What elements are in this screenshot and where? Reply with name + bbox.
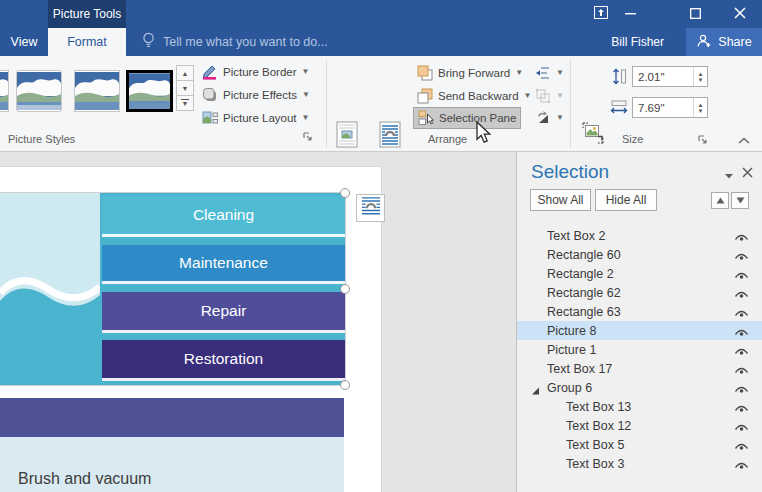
- align-button[interactable]: ▼: [531, 63, 568, 83]
- maximize-icon: [690, 5, 701, 23]
- share-person-icon: [696, 34, 712, 51]
- picture-effects-icon: [202, 87, 218, 103]
- shape-height-field[interactable]: 2.01" ▲▼: [632, 66, 708, 87]
- gallery-more-button[interactable]: ▼: [176, 95, 194, 111]
- shape-width-field[interactable]: 7.69" ▲▼: [632, 97, 708, 118]
- list-item-child[interactable]: Text Box 5: [517, 435, 762, 454]
- hide-all-button[interactable]: Hide All: [595, 189, 657, 211]
- ribbon-tab-row: View Format Tell me what you want to do.…: [0, 28, 762, 56]
- list-item-child[interactable]: Text Box 12: [517, 416, 762, 435]
- menu-bar-repair: Repair: [102, 292, 345, 333]
- layout-options-icon: [361, 196, 381, 220]
- visibility-eye-icon[interactable]: [734, 345, 749, 359]
- signed-in-user[interactable]: Bill Fisher: [611, 28, 664, 56]
- visibility-eye-icon[interactable]: [734, 326, 749, 340]
- selection-handle-top-right[interactable]: [340, 188, 350, 198]
- group-separator: [326, 60, 327, 148]
- pane-options-dropdown[interactable]: [724, 166, 734, 184]
- selection-handle-bottom-right[interactable]: [340, 380, 350, 390]
- document-canvas[interactable]: Cleaning Maintenance Repair Restoration …: [0, 152, 516, 492]
- menu-bar-maintenance: Maintenance: [102, 245, 345, 284]
- selection-handle-mid-right[interactable]: [340, 284, 350, 294]
- list-item[interactable]: Text Box 17: [517, 359, 762, 378]
- send-backward-button[interactable]: Send Backward▼: [413, 86, 535, 106]
- wrap-text-icon: [379, 121, 401, 150]
- selected-picture[interactable]: Cleaning Maintenance Repair Restoration: [0, 193, 345, 385]
- list-item[interactable]: Rectangle 62: [517, 283, 762, 302]
- wave-illustration: [0, 193, 100, 385]
- height-spinner[interactable]: ▲▼: [693, 67, 707, 86]
- menu-bar-restoration: Restoration: [102, 340, 345, 381]
- gallery-scroll-up-button[interactable]: ▲: [176, 65, 194, 81]
- show-all-button[interactable]: Show All: [530, 189, 591, 211]
- move-down-button[interactable]: [731, 192, 749, 209]
- list-item[interactable]: Picture 1: [517, 340, 762, 359]
- maximize-button[interactable]: [684, 4, 706, 24]
- list-item[interactable]: Rectangle 63: [517, 302, 762, 321]
- picture-layout-button[interactable]: Picture Layout▼: [198, 108, 313, 128]
- list-item-selected[interactable]: Picture 8: [517, 321, 762, 340]
- minimize-icon: [625, 5, 636, 23]
- picture-layout-icon: [202, 110, 218, 126]
- list-item-group[interactable]: Group 6: [517, 378, 762, 397]
- list-item[interactable]: Rectangle 2: [517, 264, 762, 283]
- minimize-button[interactable]: [619, 4, 641, 24]
- collapse-ribbon-button[interactable]: [737, 132, 753, 144]
- arrange-group-label: Arrange: [428, 133, 467, 145]
- list-item-child[interactable]: Text Box 13: [517, 397, 762, 416]
- visibility-eye-icon[interactable]: [734, 231, 749, 245]
- picture-effects-button[interactable]: Picture Effects▼: [198, 85, 314, 105]
- list-item[interactable]: Text Box 2: [517, 226, 762, 245]
- selection-pane: Selection Show All Hide All Text Box 2 R…: [516, 152, 762, 492]
- menu-bar-cleaning: Cleaning: [102, 196, 345, 237]
- pane-close-icon[interactable]: [742, 164, 753, 182]
- move-up-button[interactable]: [711, 192, 729, 209]
- rotate-button[interactable]: ▼: [531, 108, 568, 128]
- visibility-eye-icon[interactable]: [734, 250, 749, 264]
- size-dialog-launcher[interactable]: [698, 131, 710, 143]
- layout-options-button[interactable]: [356, 194, 385, 222]
- ribbon: ▲ ▼ ▼ Picture Border▼ Picture Effects▼ P…: [0, 56, 762, 152]
- bring-forward-button[interactable]: Bring Forward▼: [413, 63, 527, 83]
- visibility-eye-icon[interactable]: [734, 288, 749, 302]
- picture-style-thumbnail-3-selected[interactable]: [126, 70, 173, 112]
- expand-collapse-triangle-icon[interactable]: [532, 384, 540, 398]
- visibility-eye-icon[interactable]: [734, 383, 749, 397]
- picture-styles-group-label: Picture Styles: [8, 133, 75, 145]
- bring-forward-icon: [417, 65, 433, 81]
- picture-style-thumbnail-1[interactable]: [16, 70, 62, 112]
- picture-styles-dialog-launcher[interactable]: [303, 128, 315, 140]
- visibility-eye-icon[interactable]: [734, 307, 749, 321]
- light-blue-block: Brush and vacuum: [0, 437, 344, 492]
- visibility-eye-icon[interactable]: [734, 440, 749, 454]
- ribbon-display-options-button[interactable]: [590, 4, 612, 24]
- visibility-eye-icon[interactable]: [734, 402, 749, 416]
- tab-format[interactable]: Format: [48, 28, 126, 56]
- position-icon: [336, 121, 358, 150]
- picture-border-button[interactable]: Picture Border▼: [198, 62, 313, 82]
- visibility-eye-icon[interactable]: [734, 459, 749, 473]
- lightbulb-icon: [142, 32, 155, 52]
- menu-bar-region: Cleaning Maintenance Repair Restoration: [100, 193, 345, 385]
- rotate-objects-icon: [535, 110, 551, 126]
- gallery-scroll-down-button[interactable]: ▼: [176, 80, 194, 96]
- close-button[interactable]: [729, 4, 751, 24]
- visibility-eye-icon[interactable]: [734, 421, 749, 435]
- close-icon: [734, 5, 746, 23]
- shape-width-icon: [610, 100, 628, 119]
- visibility-eye-icon[interactable]: [734, 269, 749, 283]
- selection-pane-button[interactable]: Selection Pane: [413, 107, 521, 129]
- share-button[interactable]: Share: [686, 28, 762, 56]
- group-button[interactable]: ▼: [531, 86, 568, 106]
- tab-view[interactable]: View: [0, 28, 48, 56]
- visibility-eye-icon[interactable]: [734, 364, 749, 378]
- shape-height-icon: [612, 68, 627, 89]
- picture-style-thumbnail-2[interactable]: [74, 70, 120, 112]
- selection-pane-title: Selection: [531, 161, 609, 183]
- width-spinner[interactable]: ▲▼: [693, 98, 707, 117]
- list-item-child[interactable]: Text Box 3: [517, 454, 762, 473]
- list-item[interactable]: Rectangle 60: [517, 245, 762, 264]
- group-objects-icon: [535, 88, 551, 104]
- tell-me-box[interactable]: Tell me what you want to do...: [142, 28, 328, 56]
- picture-style-thumbnail-partial[interactable]: [0, 70, 9, 112]
